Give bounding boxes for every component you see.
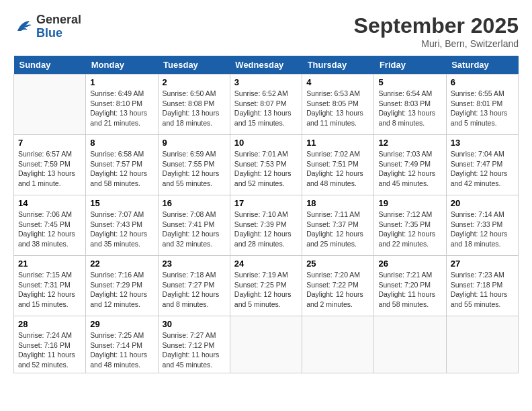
calendar-cell: 24Sunrise: 7:19 AMSunset: 7:25 PMDayligh… [230, 256, 302, 316]
cell-info: Sunrise: 7:01 AMSunset: 7:53 PMDaylight:… [234, 149, 298, 189]
date-number: 20 [451, 198, 514, 208]
date-number: 28 [18, 319, 81, 329]
cell-info: Sunrise: 6:57 AMSunset: 7:59 PMDaylight:… [18, 149, 81, 189]
calendar-cell: 12Sunrise: 7:03 AMSunset: 7:49 PMDayligh… [374, 135, 446, 195]
date-number: 19 [378, 198, 441, 208]
calendar-cell: 7Sunrise: 6:57 AMSunset: 7:59 PMDaylight… [14, 135, 86, 195]
day-header-tuesday: Tuesday [158, 56, 230, 75]
calendar-cell: 14Sunrise: 7:06 AMSunset: 7:45 PMDayligh… [14, 195, 86, 256]
calendar-cell: 25Sunrise: 7:20 AMSunset: 7:22 PMDayligh… [302, 256, 374, 316]
cell-info: Sunrise: 7:03 AMSunset: 7:49 PMDaylight:… [378, 149, 441, 189]
date-number: 16 [163, 198, 226, 208]
calendar-cell: 4Sunrise: 6:53 AMSunset: 8:05 PMDaylight… [302, 75, 374, 135]
date-number: 5 [378, 77, 441, 87]
calendar-cell: 11Sunrise: 7:02 AMSunset: 7:51 PMDayligh… [302, 135, 374, 195]
cell-info: Sunrise: 6:49 AMSunset: 8:10 PMDaylight:… [90, 89, 153, 128]
cell-info: Sunrise: 7:07 AMSunset: 7:43 PMDaylight:… [90, 210, 153, 249]
cell-info: Sunrise: 6:52 AMSunset: 8:07 PMDaylight:… [234, 89, 298, 128]
cell-info: Sunrise: 7:16 AMSunset: 7:29 PMDaylight:… [90, 270, 153, 310]
date-number: 8 [90, 138, 153, 148]
cell-info: Sunrise: 6:59 AMSunset: 7:55 PMDaylight:… [163, 149, 226, 189]
date-number: 7 [18, 138, 81, 148]
week-row-1: 1Sunrise: 6:49 AMSunset: 8:10 PMDaylight… [14, 75, 519, 135]
days-header-row: SundayMondayTuesdayWednesdayThursdayFrid… [14, 56, 519, 75]
cell-info: Sunrise: 7:20 AMSunset: 7:22 PMDaylight:… [306, 270, 369, 310]
calendar-cell: 23Sunrise: 7:18 AMSunset: 7:27 PMDayligh… [158, 256, 230, 316]
cell-info: Sunrise: 7:08 AMSunset: 7:41 PMDaylight:… [163, 210, 226, 249]
calendar-cell: 28Sunrise: 7:24 AMSunset: 7:16 PMDayligh… [14, 316, 86, 373]
date-number: 30 [163, 319, 226, 329]
cell-info: Sunrise: 7:15 AMSunset: 7:31 PMDaylight:… [18, 270, 81, 310]
calendar-cell: 17Sunrise: 7:10 AMSunset: 7:39 PMDayligh… [230, 195, 302, 256]
cell-info: Sunrise: 7:12 AMSunset: 7:35 PMDaylight:… [378, 210, 441, 249]
day-header-wednesday: Wednesday [230, 56, 302, 75]
cell-info: Sunrise: 7:10 AMSunset: 7:39 PMDaylight:… [234, 210, 298, 249]
calendar-cell [374, 316, 446, 373]
date-number: 22 [90, 259, 153, 269]
calendar-table: SundayMondayTuesdayWednesdayThursdayFrid… [13, 56, 519, 373]
cell-info: Sunrise: 6:50 AMSunset: 8:08 PMDaylight:… [163, 89, 226, 128]
calendar-cell [302, 316, 374, 373]
date-number: 11 [306, 138, 369, 148]
cell-info: Sunrise: 7:21 AMSunset: 7:20 PMDaylight:… [378, 270, 441, 310]
calendar-cell: 13Sunrise: 7:04 AMSunset: 7:47 PMDayligh… [446, 135, 518, 195]
date-number: 17 [234, 198, 298, 208]
day-header-sunday: Sunday [14, 56, 86, 75]
location: Muri, Bern, Switzerland [354, 38, 519, 49]
date-number: 6 [451, 77, 514, 87]
date-number: 24 [234, 259, 298, 269]
cell-info: Sunrise: 7:19 AMSunset: 7:25 PMDaylight:… [234, 270, 298, 310]
date-number: 1 [90, 77, 153, 87]
cell-info: Sunrise: 7:11 AMSunset: 7:37 PMDaylight:… [306, 210, 369, 249]
calendar-cell: 6Sunrise: 6:55 AMSunset: 8:01 PMDaylight… [446, 75, 518, 135]
date-number: 18 [306, 198, 369, 208]
calendar-cell [14, 75, 86, 135]
logo-blue: Blue [36, 27, 81, 40]
cell-info: Sunrise: 7:06 AMSunset: 7:45 PMDaylight:… [18, 210, 81, 249]
calendar-cell: 21Sunrise: 7:15 AMSunset: 7:31 PMDayligh… [14, 256, 86, 316]
calendar-cell: 30Sunrise: 7:27 AMSunset: 7:12 PMDayligh… [158, 316, 230, 373]
calendar-cell [230, 316, 302, 373]
day-header-thursday: Thursday [302, 56, 374, 75]
calendar-cell: 2Sunrise: 6:50 AMSunset: 8:08 PMDaylight… [158, 75, 230, 135]
cell-info: Sunrise: 6:55 AMSunset: 8:01 PMDaylight:… [451, 89, 514, 128]
date-number: 29 [90, 319, 153, 329]
date-number: 13 [451, 138, 514, 148]
day-header-saturday: Saturday [446, 56, 518, 75]
date-number: 4 [306, 77, 369, 87]
cell-info: Sunrise: 6:54 AMSunset: 8:03 PMDaylight:… [378, 89, 441, 128]
cell-info: Sunrise: 6:58 AMSunset: 7:57 PMDaylight:… [90, 149, 153, 189]
date-number: 3 [234, 77, 298, 87]
logo-general: General [36, 13, 81, 27]
calendar-cell: 19Sunrise: 7:12 AMSunset: 7:35 PMDayligh… [374, 195, 446, 256]
date-number: 15 [90, 198, 153, 208]
calendar-cell: 20Sunrise: 7:14 AMSunset: 7:33 PMDayligh… [446, 195, 518, 256]
logo: General Blue [13, 13, 81, 40]
date-number: 9 [163, 138, 226, 148]
calendar-cell: 26Sunrise: 7:21 AMSunset: 7:20 PMDayligh… [374, 256, 446, 316]
cell-info: Sunrise: 7:27 AMSunset: 7:12 PMDaylight:… [163, 330, 226, 370]
calendar-cell: 18Sunrise: 7:11 AMSunset: 7:37 PMDayligh… [302, 195, 374, 256]
calendar-cell: 5Sunrise: 6:54 AMSunset: 8:03 PMDaylight… [374, 75, 446, 135]
logo-icon [13, 17, 34, 37]
date-number: 14 [18, 198, 81, 208]
calendar-cell: 22Sunrise: 7:16 AMSunset: 7:29 PMDayligh… [86, 256, 158, 316]
calendar-cell: 1Sunrise: 6:49 AMSunset: 8:10 PMDaylight… [86, 75, 158, 135]
week-row-3: 14Sunrise: 7:06 AMSunset: 7:45 PMDayligh… [14, 195, 519, 256]
week-row-5: 28Sunrise: 7:24 AMSunset: 7:16 PMDayligh… [14, 316, 519, 373]
cell-info: Sunrise: 7:25 AMSunset: 7:14 PMDaylight:… [90, 330, 153, 370]
cell-info: Sunrise: 6:53 AMSunset: 8:05 PMDaylight:… [306, 89, 369, 128]
day-header-friday: Friday [374, 56, 446, 75]
date-number: 2 [163, 77, 226, 87]
cell-info: Sunrise: 7:18 AMSunset: 7:27 PMDaylight:… [163, 270, 226, 310]
calendar-cell: 27Sunrise: 7:23 AMSunset: 7:18 PMDayligh… [446, 256, 518, 316]
date-number: 27 [451, 259, 514, 269]
date-number: 23 [163, 259, 226, 269]
date-number: 10 [234, 138, 298, 148]
date-number: 12 [378, 138, 441, 148]
date-number: 26 [378, 259, 441, 269]
calendar-cell: 3Sunrise: 6:52 AMSunset: 8:07 PMDaylight… [230, 75, 302, 135]
day-header-monday: Monday [86, 56, 158, 75]
calendar-cell: 29Sunrise: 7:25 AMSunset: 7:14 PMDayligh… [86, 316, 158, 373]
calendar-cell: 16Sunrise: 7:08 AMSunset: 7:41 PMDayligh… [158, 195, 230, 256]
